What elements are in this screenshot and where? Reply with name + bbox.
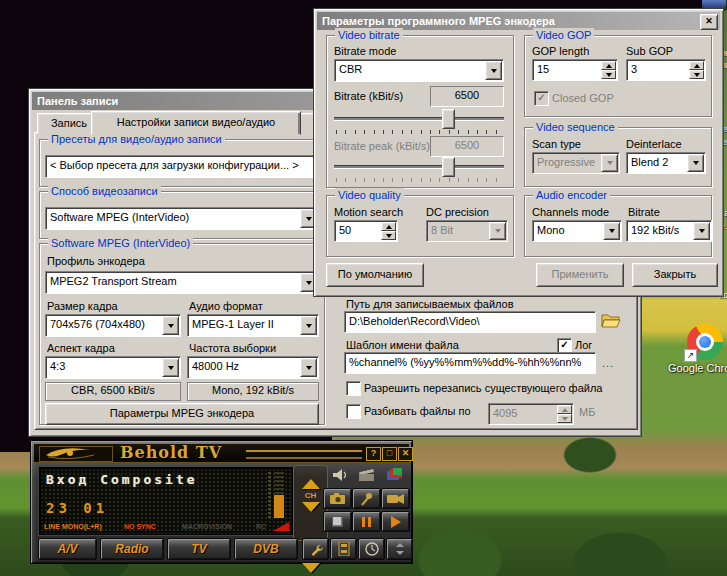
- channels-mode-combo[interactable]: Mono: [532, 220, 622, 242]
- dropdown-arrow-icon[interactable]: [300, 316, 317, 335]
- mode-tv-button[interactable]: TV: [167, 538, 231, 560]
- close-icon[interactable]: ✕: [700, 14, 718, 30]
- dropdown-arrow-icon[interactable]: [485, 61, 502, 80]
- split-files-checkbox[interactable]: [346, 404, 361, 419]
- dropdown-arrow-icon[interactable]: [687, 154, 704, 172]
- filename-template-input[interactable]: %channel% (%yy%%mm%%dd%-%hh%%nn%: [344, 352, 596, 374]
- record-method-legend: Способ видеозаписи: [48, 184, 161, 198]
- aspect-combo[interactable]: 4:3: [45, 356, 181, 379]
- dropdown-arrow-icon[interactable]: [603, 222, 620, 240]
- open-folder-icon[interactable]: [601, 313, 621, 329]
- settings-wrench-button[interactable]: [302, 538, 329, 560]
- video-gop-legend: Video GOP: [533, 28, 594, 42]
- stop-button[interactable]: [323, 511, 352, 532]
- mode-dvb-button[interactable]: DVB: [234, 538, 298, 560]
- dc-precision-label: DC precision: [426, 206, 489, 219]
- close-icon[interactable]: ✕: [398, 447, 413, 461]
- volume-down-button[interactable]: [302, 563, 320, 576]
- deinterlace-combo[interactable]: Blend 2: [626, 152, 706, 174]
- filename-template-value: %channel% (%yy%%mm%%dd%-%hh%%nn%: [349, 355, 592, 370]
- snapshot-camera-button[interactable]: [323, 488, 352, 509]
- video-summary-box: CBR, 6500 kBit/s: [45, 382, 181, 401]
- clapperboard-icon[interactable]: [357, 466, 377, 483]
- video-record-button[interactable]: [381, 488, 410, 509]
- frame-size-value: 704x576 (704x480): [50, 317, 162, 332]
- spinner-buttons[interactable]: [601, 61, 616, 79]
- split-unit-label: МБ: [579, 406, 595, 419]
- record-path-input[interactable]: D:\Beholder\Record\Video\: [344, 311, 596, 333]
- record-method-combo[interactable]: Software MPEG (InterVideo): [45, 207, 319, 230]
- gop-length-spinner[interactable]: 15: [532, 59, 618, 81]
- browse-template-button[interactable]: ...: [602, 357, 614, 369]
- bitrate-peak-slider-thumb: [442, 157, 455, 177]
- frame-size-combo[interactable]: 704x576 (704x480): [45, 314, 181, 337]
- audio-summary-box: Mono, 192 kBit/s: [187, 382, 319, 401]
- deinterlace-value: Blend 2: [631, 155, 687, 170]
- sample-rate-combo[interactable]: 48000 Hz: [187, 356, 319, 379]
- tab-video-audio-settings[interactable]: Настройки записи видео/аудио: [91, 111, 301, 135]
- bitrate-slider-track[interactable]: [334, 117, 504, 121]
- closed-gop-label: Closed GOP: [552, 92, 614, 105]
- log-checkbox[interactable]: ✓: [557, 338, 572, 353]
- dc-precision-combo: 8 Bit: [426, 220, 508, 242]
- aspect-label: Аспект кадра: [47, 342, 115, 355]
- overwrite-checkbox-label: Разрешить перезапись существующего файла: [364, 382, 602, 395]
- speaker-icon[interactable]: [331, 467, 349, 483]
- bitrate-slider-thumb[interactable]: [442, 109, 455, 129]
- help-icon[interactable]: ?: [366, 447, 381, 461]
- chrome-shortcut-label[interactable]: Google Chro: [668, 362, 727, 374]
- scheduler-clock-button[interactable]: [358, 538, 385, 560]
- dropdown-arrow-icon[interactable]: [162, 358, 179, 377]
- bitrate-mode-value: CBR: [339, 62, 485, 77]
- behold-eye-logo-icon: [39, 446, 113, 462]
- close-button[interactable]: Закрыть: [632, 263, 718, 287]
- behold-tv-panel: Behold TV ? □ ✕ Вход Composite 23 01 LIN…: [30, 440, 413, 564]
- audio-bitrate-combo[interactable]: 192 kBit/s: [626, 220, 712, 242]
- mode-av-button[interactable]: A/V: [38, 538, 97, 560]
- spinner-buttons[interactable]: [689, 61, 704, 79]
- expand-collapse-button[interactable]: [386, 538, 413, 560]
- dropdown-arrow-icon[interactable]: [300, 358, 317, 377]
- motion-search-spinner[interactable]: 50: [334, 220, 398, 242]
- sample-rate-value: 48000 Hz: [192, 359, 300, 374]
- record-panel-title: Панель записи: [37, 95, 118, 107]
- level-meter-icon: [268, 472, 271, 518]
- split-size-value: 4095: [493, 406, 555, 421]
- gop-length-label: GOP length: [532, 45, 589, 58]
- channel-up-button[interactable]: [302, 470, 320, 489]
- mode-radio-button[interactable]: Radio: [100, 538, 164, 560]
- bitrate-peak-slider-ticks: [336, 178, 502, 182]
- indicator-macrovision: MACROVISION: [182, 523, 232, 530]
- dropdown-arrow-icon[interactable]: [693, 222, 710, 240]
- lcd-display: Вход Composite 23 01 LINE MONO(L+R) NO S…: [39, 467, 293, 535]
- filmstrip-button[interactable]: [330, 538, 357, 560]
- encoder-profile-combo[interactable]: MPEG2 Transport Stream: [45, 271, 319, 294]
- split-size-spinner[interactable]: 4095: [488, 403, 574, 425]
- defaults-button[interactable]: По умолчанию: [326, 263, 424, 287]
- apply-button: Применить: [536, 263, 624, 287]
- behold-titlebar[interactable]: Behold TV ? □ ✕: [34, 444, 409, 463]
- bitrate-label: Bitrate (kBit/s): [334, 90, 403, 103]
- overwrite-checkbox[interactable]: [346, 381, 361, 396]
- tv-monitor-icon[interactable]: [385, 466, 405, 482]
- channel-down-button[interactable]: [302, 502, 320, 521]
- mpeg-encoder-params-button[interactable]: Параметры MPEG энкодера: [45, 403, 319, 425]
- minimize-icon[interactable]: □: [382, 447, 397, 461]
- pause-button[interactable]: [352, 511, 381, 532]
- spinner-buttons[interactable]: [557, 405, 572, 423]
- bitrate-mode-combo[interactable]: CBR: [334, 59, 504, 82]
- mode-radio-label: Radio: [115, 542, 148, 556]
- audio-format-combo[interactable]: MPEG-1 Layer II: [187, 314, 319, 337]
- gop-length-value: 15: [537, 62, 599, 77]
- bitrate-peak-label: Bitrate peak (kBit/s): [334, 140, 430, 153]
- sub-gop-spinner[interactable]: 3: [626, 59, 706, 81]
- scan-type-combo: Progressive: [532, 152, 620, 174]
- audio-record-mic-button[interactable]: [352, 488, 381, 509]
- mode-av-label: A/V: [57, 542, 77, 556]
- signal-wedge-icon: [273, 522, 289, 531]
- spinner-buttons[interactable]: [381, 222, 396, 240]
- play-button[interactable]: [381, 511, 410, 532]
- sample-rate-label: Частота выборки: [189, 342, 276, 355]
- sub-gop-value: 3: [631, 62, 687, 77]
- dropdown-arrow-icon[interactable]: [162, 316, 179, 335]
